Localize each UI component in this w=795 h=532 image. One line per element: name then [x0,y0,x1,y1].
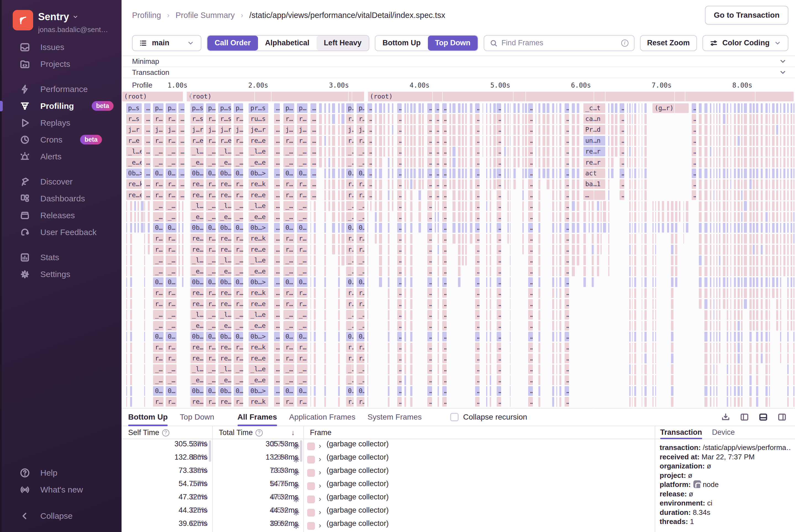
flame-frame[interactable]: r…e [190,136,204,146]
flame-frame[interactable]: … [497,136,501,146]
flame-frame[interactable] [611,103,613,113]
flame-frame[interactable]: … [565,114,569,124]
tab-top-down[interactable]: Top Down [180,408,214,426]
flame-frame[interactable]: … [528,354,533,363]
flame-frame[interactable]: r… [166,234,176,243]
flame-frame[interactable]: … [310,158,316,167]
flame-frame[interactable] [536,114,536,124]
flame-frame[interactable] [577,223,579,232]
flame-frame[interactable]: r… [153,234,164,243]
flame-frame[interactable]: … [427,277,432,287]
flame-frame[interactable]: 0… [206,332,215,341]
flame-frame[interactable] [671,354,674,363]
flame-frame[interactable] [414,169,416,178]
flame-frame[interactable]: … [274,343,280,352]
flame-frame[interactable]: … [497,310,501,320]
flame-frame[interactable] [341,103,344,113]
flame-frame[interactable] [765,277,768,287]
flame-frame[interactable]: … [475,397,479,406]
flame-frame[interactable]: … [475,354,479,363]
flame-frame[interactable]: r… [206,299,215,309]
flame-frame[interactable] [453,223,455,232]
flame-frame[interactable]: j… [153,125,164,134]
flame-frame[interactable] [375,103,377,113]
flame-frame[interactable] [510,277,511,287]
flame-frame[interactable] [632,169,632,178]
flame-frame[interactable] [435,223,436,232]
flame-frame[interactable] [714,169,714,178]
flame-frame[interactable]: … [435,147,439,156]
flame-frame[interactable] [719,223,720,232]
flame-frame[interactable] [608,103,610,276]
flame-frame[interactable] [734,223,736,232]
flame-frame[interactable] [410,332,412,341]
gear-icon[interactable] [292,509,300,518]
flame-frame[interactable]: … [528,299,533,309]
flame-frame[interactable]: … [178,158,184,167]
flame-frame[interactable]: … [442,169,447,178]
flame-frame[interactable]: _e…e [190,158,204,167]
flame-frame[interactable] [714,332,714,341]
flame-frame[interactable]: … [144,179,151,189]
flame-frame[interactable]: 0b…> [249,223,268,232]
flame-frame[interactable]: p… [234,103,243,113]
flame-frame[interactable] [780,223,781,232]
flame-frame[interactable]: r… [153,136,164,146]
flame-frame[interactable]: r… [153,397,164,406]
flame-frame[interactable]: … [565,332,569,341]
flame-frame[interactable]: _… [153,158,164,167]
flame-frame[interactable] [714,299,714,309]
flame-frame[interactable]: … [144,147,151,156]
flame-frame[interactable] [310,386,311,396]
flame-frame[interactable]: … [427,169,432,178]
flame-frame[interactable] [493,103,496,113]
flame-frame[interactable] [324,386,326,396]
flame-frame[interactable] [793,212,794,222]
flame-frame[interactable]: … [427,354,432,363]
flame-frame[interactable]: re…k [249,288,268,298]
flame-frame[interactable]: … [397,386,402,396]
flame-frame[interactable]: r… [234,136,243,146]
flame-frame[interactable] [486,223,488,232]
flame-frame[interactable]: r… [234,234,243,243]
flame-frame[interactable] [560,223,561,232]
flame-frame[interactable]: … [427,136,432,146]
table-row[interactable]: 132.88ms1.6%132.88ms1.6%›(garbage collec… [121,453,655,466]
flame-frame[interactable]: re…k [218,179,231,189]
flame-frame[interactable]: 0… [357,277,364,287]
flame-frame[interactable]: … [427,234,432,243]
tab-application-frames[interactable]: Application Frames [289,408,356,426]
flame-frame[interactable]: _… [166,212,176,222]
flame-frame[interactable] [453,158,455,167]
flame-frame[interactable]: r… [234,114,243,124]
flame-frame[interactable] [765,169,768,178]
flame-frame[interactable]: 0… [166,169,176,178]
flame-frame[interactable]: _… [153,201,164,211]
flame-frame[interactable] [458,277,460,287]
flame-frame[interactable]: … [497,364,501,374]
flame-frame[interactable] [730,332,731,341]
flame-frame[interactable]: … [274,386,280,396]
flame-frame[interactable]: … [274,267,280,276]
flame-frame[interactable] [686,223,688,232]
flame-frame[interactable]: re…k [249,234,268,243]
flame-frame[interactable]: … [178,190,184,200]
flame-frame[interactable] [727,397,728,406]
reset-zoom-button[interactable]: Reset Zoom [640,35,697,51]
flame-frame[interactable]: … [528,343,533,352]
flame-frame[interactable] [730,277,731,287]
flame-frame[interactable]: r… [297,234,307,243]
flame-frame[interactable]: r… [234,179,243,189]
flame-frame[interactable]: 0b…> [218,223,231,232]
flame-frame[interactable] [652,277,654,287]
flame-frame[interactable] [577,103,579,265]
flame-frame[interactable]: … [528,397,533,406]
flame-frame[interactable]: … [397,343,402,352]
flame-frame[interactable] [572,201,574,211]
flame-frame[interactable] [367,386,368,396]
flame-frame[interactable]: … [274,212,280,222]
flame-frame[interactable] [629,169,631,178]
flame-frame[interactable] [144,386,145,396]
breadcrumb-item[interactable]: Profile Summary [175,11,234,20]
flame-frame[interactable] [652,223,654,232]
